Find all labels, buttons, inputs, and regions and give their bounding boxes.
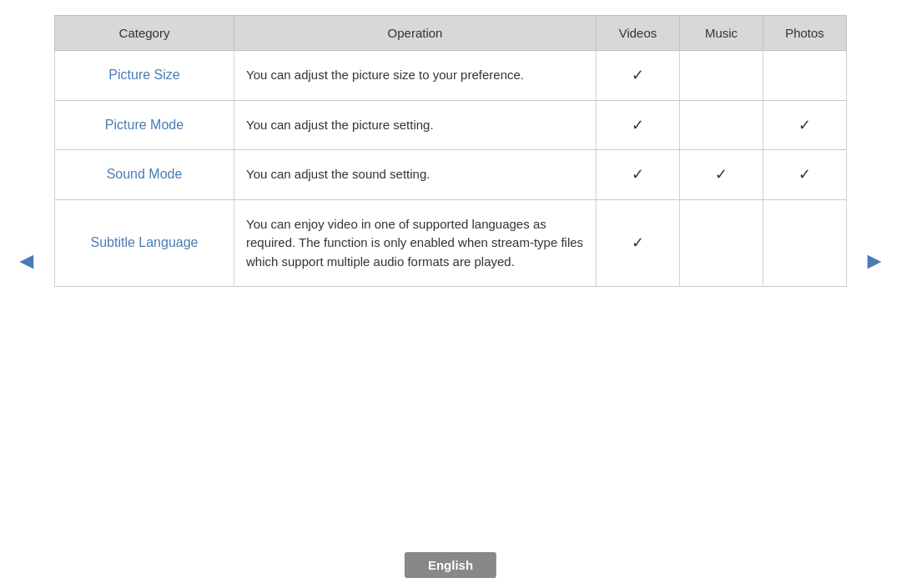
header-category: Category xyxy=(55,16,234,51)
cell-music-3 xyxy=(680,199,763,287)
cell-category-3: Subtitle Language xyxy=(55,199,234,287)
header-photos: Photos xyxy=(763,16,847,51)
cell-photos-0 xyxy=(763,51,847,101)
cell-operation-0: You can adjust the picture size to your … xyxy=(234,51,596,101)
checkmark-icon: ✓ xyxy=(632,234,644,251)
cell-photos-2: ✓ xyxy=(763,150,847,200)
checkmark-icon: ✓ xyxy=(798,166,811,183)
checkmark-icon: ✓ xyxy=(798,117,811,133)
table-row: Picture SizeYou can adjust the picture s… xyxy=(55,51,847,101)
cell-operation-2: You can adjust the sound setting. xyxy=(234,150,596,200)
cell-videos-2: ✓ xyxy=(596,150,680,200)
checkmark-icon: ✓ xyxy=(715,166,727,183)
table-wrapper: Category Operation Videos Music Photos P… xyxy=(54,15,847,287)
checkmark-icon: ✓ xyxy=(632,117,644,133)
left-arrow-icon: ◄ xyxy=(15,248,38,274)
table-row: Subtitle LanguageYou can enjoy video in … xyxy=(55,199,847,287)
cell-category-1: Picture Mode xyxy=(55,100,234,150)
table-row: Picture ModeYou can adjust the picture s… xyxy=(55,100,847,150)
table-row: Sound ModeYou can adjust the sound setti… xyxy=(55,150,847,200)
checkmark-icon: ✓ xyxy=(632,67,644,83)
page-container: ◄ ► Category Operation Videos Music Phot… xyxy=(0,0,901,588)
cell-operation-1: You can adjust the picture setting. xyxy=(234,100,596,150)
cell-category-0: Picture Size xyxy=(55,51,234,101)
right-arrow-icon: ► xyxy=(863,248,886,274)
cell-videos-1: ✓ xyxy=(596,100,680,150)
header-music: Music xyxy=(680,16,763,51)
cell-videos-3: ✓ xyxy=(596,199,680,287)
nav-arrow-left[interactable]: ◄ xyxy=(7,239,47,283)
checkmark-icon: ✓ xyxy=(632,166,644,183)
cell-music-1 xyxy=(680,100,763,150)
cell-music-2: ✓ xyxy=(680,150,763,200)
main-table: Category Operation Videos Music Photos P… xyxy=(54,15,847,287)
cell-photos-3 xyxy=(763,199,847,287)
cell-music-0 xyxy=(680,51,763,101)
cell-photos-1: ✓ xyxy=(763,100,847,150)
header-videos: Videos xyxy=(596,16,680,51)
table-header-row: Category Operation Videos Music Photos xyxy=(55,16,847,51)
language-button[interactable]: English xyxy=(405,552,496,578)
cell-operation-3: You can enjoy video in one of supported … xyxy=(234,199,596,287)
cell-category-2: Sound Mode xyxy=(55,150,234,200)
cell-videos-0: ✓ xyxy=(596,51,680,101)
nav-arrow-right[interactable]: ► xyxy=(854,239,894,283)
header-operation: Operation xyxy=(234,16,596,51)
